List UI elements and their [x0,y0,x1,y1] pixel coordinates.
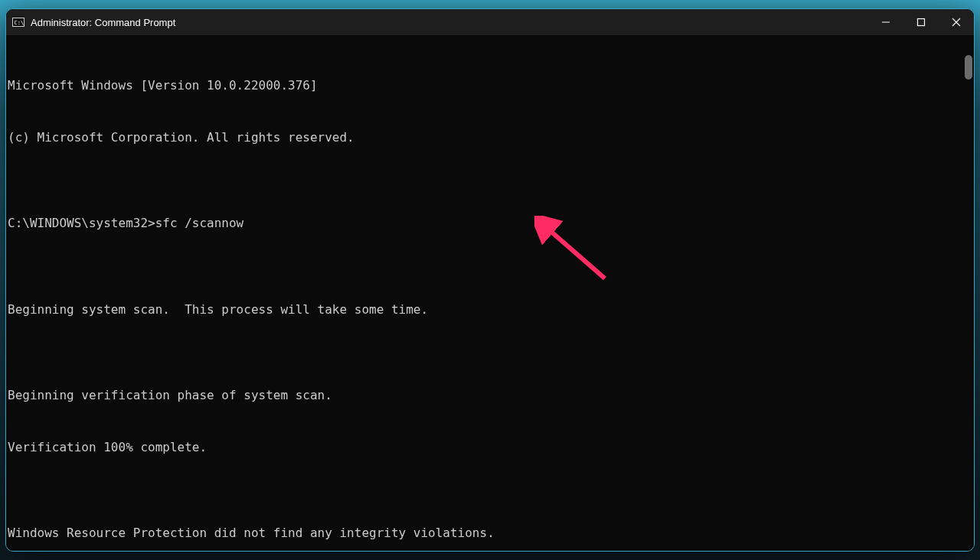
maximize-button[interactable] [903,9,939,35]
svg-rect-3 [918,19,925,26]
cmd-icon: C:\ [12,16,24,28]
command-prompt-window: C:\ Administrator: Command Prompt Micros… [5,8,975,552]
terminal-output: Microsoft Windows [Version 10.0.22000.37… [6,35,974,551]
scrollbar-thumb[interactable] [965,55,972,80]
svg-text:C:\: C:\ [15,20,24,26]
window-title: Administrator: Command Prompt [31,17,175,28]
scrollbar-track[interactable] [965,38,972,548]
terminal-line: Microsoft Windows [Version 10.0.22000.37… [8,77,968,95]
terminal-line: Verification 100% complete. [8,439,968,457]
terminal-line: (c) Microsoft Corporation. All rights re… [8,129,968,147]
terminal-area[interactable]: Microsoft Windows [Version 10.0.22000.37… [6,35,974,551]
close-button[interactable] [939,9,974,35]
terminal-line: Beginning system scan. This process will… [8,301,968,319]
titlebar[interactable]: C:\ Administrator: Command Prompt [6,9,974,35]
terminal-line: Beginning verification phase of system s… [8,387,968,405]
terminal-line: Windows Resource Protection did not find… [8,525,968,542]
minimize-button[interactable] [868,9,903,35]
terminal-line: C:\WINDOWS\system32>sfc /scannow [8,215,968,233]
